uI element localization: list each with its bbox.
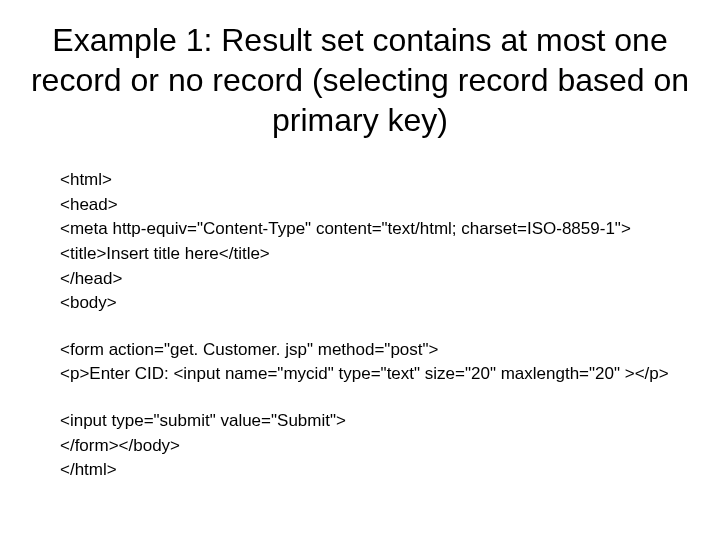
slide-title: Example 1: Result set contains at most o… (30, 20, 690, 140)
code-line: </form></body> (60, 434, 690, 459)
slide-container: Example 1: Result set contains at most o… (0, 0, 720, 540)
code-line: <html> (60, 168, 690, 193)
code-line: </head> (60, 267, 690, 292)
code-line: <p>Enter CID: <input name="mycid" type="… (60, 362, 690, 387)
code-line: <head> (60, 193, 690, 218)
code-line: <body> (60, 291, 690, 316)
blank-line (60, 316, 690, 338)
code-line: </html> (60, 458, 690, 483)
code-block: <html> <head> <meta http-equiv="Content-… (60, 168, 690, 483)
code-line: <title>Insert title here</title> (60, 242, 690, 267)
blank-line (60, 387, 690, 409)
code-line: <input type="submit" value="Submit"> (60, 409, 690, 434)
code-line: <form action="get. Customer. jsp" method… (60, 338, 690, 363)
code-line: <meta http-equiv="Content-Type" content=… (60, 217, 690, 242)
